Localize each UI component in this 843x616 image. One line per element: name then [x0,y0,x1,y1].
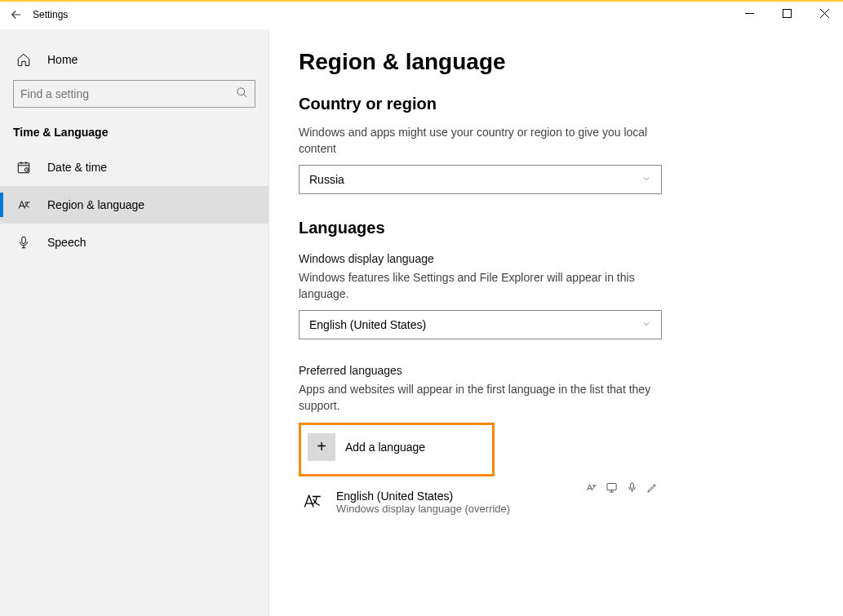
page-title: Region & language [299,49,814,75]
back-button[interactable] [0,7,33,22]
microphone-icon [16,235,31,250]
language-glyph-icon [302,491,323,516]
svg-rect-17 [631,482,634,488]
language-item-sub: Windows display language (override) [336,503,510,515]
display-language-select[interactable]: English (United States) [299,310,662,339]
display-language-value: English (United States) [309,318,426,331]
sidebar-item-label: Region & language [47,198,144,211]
search-box[interactable] [13,80,255,108]
handwriting-icon [646,481,659,496]
svg-rect-13 [22,237,26,243]
add-language-highlight: + Add a language [299,423,495,476]
home-nav[interactable]: Home [0,44,268,75]
country-select[interactable]: Russia [299,165,662,194]
section-country-title: Country or region [299,95,814,113]
add-language-button[interactable]: + Add a language [308,433,484,461]
window-title: Settings [33,9,68,20]
sidebar-item-region-language[interactable]: Region & language [0,186,268,224]
chevron-down-icon [641,318,651,331]
svg-point-4 [237,88,245,95]
country-value: Russia [309,173,344,186]
chevron-down-icon [641,173,651,186]
sidebar-item-label: Date & time [47,161,107,174]
maximize-button[interactable] [768,0,805,26]
preferred-heading: Preferred languages [299,364,814,377]
window-controls [730,0,843,26]
add-language-label: Add a language [345,441,425,454]
titlebar: Settings [0,0,843,29]
svg-rect-14 [607,483,616,490]
display-lang-desc: Windows features like Settings and File … [299,270,658,302]
language-feature-badges [585,481,659,496]
svg-rect-1 [783,9,791,17]
home-label: Home [47,53,78,66]
language-item[interactable]: English (United States) Windows display … [299,485,662,516]
calendar-icon [16,160,31,175]
language-pack-icon [585,481,597,496]
display-lang-heading: Windows display language [299,252,814,265]
svg-line-12 [27,170,28,171]
section-lang-title: Languages [299,219,814,237]
display-icon [606,481,618,496]
plus-icon: + [308,433,335,461]
speech-icon [626,481,638,496]
close-button[interactable] [805,0,843,26]
search-input[interactable] [20,87,236,100]
svg-line-5 [243,94,246,97]
sidebar-item-speech[interactable]: Speech [0,224,268,261]
search-icon [236,86,248,101]
sidebar: Home Time & Language Date & time Region … [0,29,269,616]
main-content: Region & language Country or region Wind… [269,29,843,616]
home-icon [16,52,31,67]
minimize-button[interactable] [730,0,768,26]
language-item-name: English (United States) [336,490,510,503]
language-icon [16,197,31,212]
section-country-desc: Windows and apps might use your country … [299,125,658,157]
preferred-desc: Apps and websites will appear in the fir… [299,382,658,414]
sidebar-category: Time & Language [0,122,268,148]
sidebar-item-date-time[interactable]: Date & time [0,148,268,186]
sidebar-item-label: Speech [47,236,86,249]
